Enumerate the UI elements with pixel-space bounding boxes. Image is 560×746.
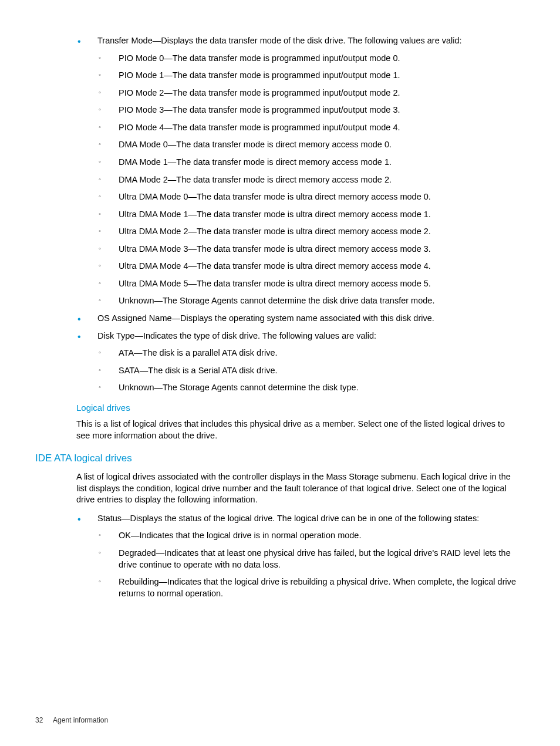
list-item: Ultra DMA Mode 5—The data transfer mode … bbox=[97, 278, 519, 290]
list-item: PIO Mode 1—The data transfer mode is pro… bbox=[97, 70, 519, 82]
list-item: Unknown—The Storage Agents cannot determ… bbox=[97, 295, 519, 307]
list-item: Ultra DMA Mode 1—The data transfer mode … bbox=[97, 209, 519, 221]
list-item: PIO Mode 2—The data transfer mode is pro… bbox=[97, 87, 519, 99]
logical-drives-heading: Logical drives bbox=[76, 402, 519, 414]
list-item: PIO Mode 4—The data transfer mode is pro… bbox=[97, 122, 519, 134]
list-item: Status—Displays the status of the logica… bbox=[76, 513, 519, 599]
transfer-mode-sublist: PIO Mode 0—The data transfer mode is pro… bbox=[97, 53, 519, 307]
list-item: PIO Mode 3—The data transfer mode is pro… bbox=[97, 104, 519, 116]
list-item: PIO Mode 0—The data transfer mode is pro… bbox=[97, 53, 519, 65]
disk-type-sublist: ATA—The disk is a parallel ATA disk driv… bbox=[97, 347, 519, 394]
list-item: OK—Indicates that the logical drive is i… bbox=[97, 530, 519, 542]
ide-ata-heading: IDE ATA logical drives bbox=[35, 452, 519, 465]
ide-ata-list: Status—Displays the status of the logica… bbox=[76, 513, 519, 599]
status-intro: Status—Displays the status of the logica… bbox=[97, 514, 479, 523]
logical-drives-paragraph: This is a list of logical drives that in… bbox=[76, 418, 519, 441]
ide-ata-paragraph: A list of logical drives associated with… bbox=[76, 471, 519, 506]
list-item: Ultra DMA Mode 2—The data transfer mode … bbox=[97, 226, 519, 238]
list-item: Disk Type—Indicates the type of disk dri… bbox=[76, 330, 519, 394]
top-level-list: Transfer Mode—Displays the data transfer… bbox=[76, 35, 519, 394]
status-sublist: OK—Indicates that the logical drive is i… bbox=[97, 530, 519, 599]
list-item: SATA—The disk is a Serial ATA disk drive… bbox=[97, 365, 519, 377]
list-item: DMA Mode 1—The data transfer mode is dir… bbox=[97, 157, 519, 168]
list-item: DMA Mode 2—The data transfer mode is dir… bbox=[97, 174, 519, 186]
disk-type-intro: Disk Type—Indicates the type of disk dri… bbox=[97, 331, 376, 340]
page-content: Transfer Mode—Displays the data transfer… bbox=[76, 35, 519, 599]
list-item: Degraded—Indicates that at least one phy… bbox=[97, 548, 519, 571]
list-item: Rebuilding—Indicates that the logical dr… bbox=[97, 576, 519, 599]
list-item: Ultra DMA Mode 0—The data transfer mode … bbox=[97, 191, 519, 203]
list-item: Ultra DMA Mode 4—The data transfer mode … bbox=[97, 261, 519, 272]
list-item: Unknown—The Storage Agents cannot determ… bbox=[97, 382, 519, 394]
transfer-mode-intro: Transfer Mode—Displays the data transfer… bbox=[97, 36, 462, 45]
list-item: OS Assigned Name—Displays the operating … bbox=[76, 313, 519, 325]
list-item: Ultra DMA Mode 3—The data transfer mode … bbox=[97, 244, 519, 255]
list-item: Transfer Mode—Displays the data transfer… bbox=[76, 35, 519, 307]
list-item: ATA—The disk is a parallel ATA disk driv… bbox=[97, 347, 519, 359]
list-item: DMA Mode 0—The data transfer mode is dir… bbox=[97, 139, 519, 151]
